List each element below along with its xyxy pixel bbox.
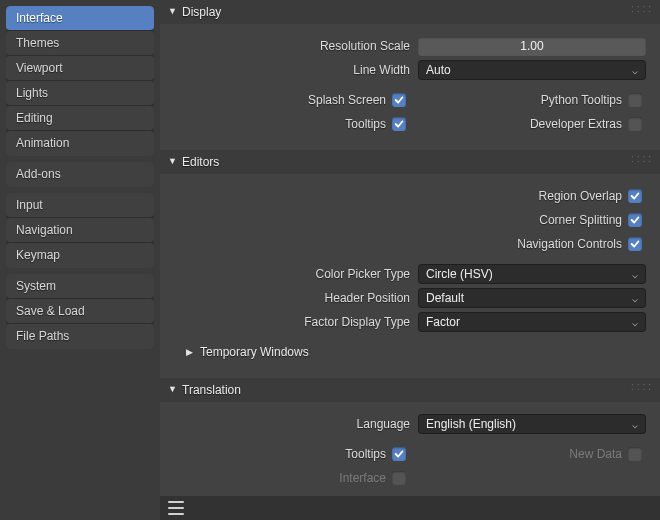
translation-newdata-checkbox[interactable]	[628, 447, 642, 461]
translation-interface-checkbox[interactable]	[392, 471, 406, 485]
sidebar-item-animation[interactable]: Animation	[6, 131, 154, 156]
disclosure-down-icon: ▼	[168, 156, 178, 166]
navigation-controls-checkbox[interactable]	[628, 237, 642, 251]
chevron-down-icon: ⌵	[632, 65, 638, 76]
translation-tooltips-checkbox[interactable]	[392, 447, 406, 461]
color-picker-type-label: Color Picker Type	[174, 267, 418, 281]
chevron-down-icon: ⌵	[632, 293, 638, 304]
tooltips-label: Tooltips	[345, 117, 386, 131]
sidebar-item-keymap[interactable]: Keymap	[6, 243, 154, 268]
panel-title: Display	[182, 5, 221, 19]
panel-header-editors[interactable]: ▼ Editors ::::	[160, 150, 660, 174]
language-value: English (English)	[426, 417, 516, 431]
header-position-select[interactable]: Default ⌵	[418, 288, 646, 308]
region-overlap-checkbox[interactable]	[628, 189, 642, 203]
developer-extras-checkbox[interactable]	[628, 117, 642, 131]
header-position-value: Default	[426, 291, 464, 305]
panel-title: Editors	[182, 155, 219, 169]
preferences-main: ▼ Display :::: Resolution Scale Line Wid…	[160, 0, 660, 520]
chevron-down-icon: ⌵	[632, 269, 638, 280]
chevron-down-icon: ⌵	[632, 419, 638, 430]
disclosure-right-icon: ▶	[186, 347, 196, 357]
sidebar-item-saveload[interactable]: Save & Load	[6, 299, 154, 324]
nav-group-2: Add-ons	[6, 162, 154, 187]
sidebar-item-system[interactable]: System	[6, 274, 154, 299]
preferences-sidebar: Interface Themes Viewport Lights Editing…	[0, 0, 160, 520]
subpanel-title: Temporary Windows	[200, 345, 309, 359]
line-width-label: Line Width	[174, 63, 418, 77]
developer-extras-label: Developer Extras	[530, 117, 622, 131]
sidebar-item-lights[interactable]: Lights	[6, 81, 154, 106]
sidebar-item-editing[interactable]: Editing	[6, 106, 154, 131]
nav-group-3: Input Navigation Keymap	[6, 193, 154, 268]
resolution-scale-label: Resolution Scale	[174, 39, 418, 53]
panel-body-editors: Region Overlap Corner Splitting Navigati…	[160, 174, 660, 378]
hamburger-menu-icon[interactable]	[168, 501, 184, 515]
chevron-down-icon: ⌵	[632, 317, 638, 328]
splash-screen-label: Splash Screen	[308, 93, 386, 107]
corner-splitting-label: Corner Splitting	[539, 213, 622, 227]
sidebar-item-input[interactable]: Input	[6, 193, 154, 218]
python-tooltips-checkbox[interactable]	[628, 93, 642, 107]
subpanel-temporary-windows[interactable]: ▶ Temporary Windows	[174, 340, 646, 364]
color-picker-type-select[interactable]: Circle (HSV) ⌵	[418, 264, 646, 284]
header-position-label: Header Position	[174, 291, 418, 305]
grip-icon: ::::	[631, 153, 654, 164]
factor-display-type-select[interactable]: Factor ⌵	[418, 312, 646, 332]
disclosure-down-icon: ▼	[168, 6, 178, 16]
translation-newdata-label: New Data	[569, 447, 622, 461]
panel-title: Translation	[182, 383, 241, 397]
sidebar-item-themes[interactable]: Themes	[6, 31, 154, 56]
translation-tooltips-label: Tooltips	[345, 447, 386, 461]
panel-body-display: Resolution Scale Line Width Auto ⌵ Splas…	[160, 24, 660, 150]
color-picker-type-value: Circle (HSV)	[426, 267, 493, 281]
language-select[interactable]: English (English) ⌵	[418, 414, 646, 434]
panel-header-translation[interactable]: ▼ Translation ::::	[160, 378, 660, 402]
grip-icon: ::::	[631, 3, 654, 14]
translation-interface-label: Interface	[339, 471, 386, 485]
region-overlap-label: Region Overlap	[539, 189, 622, 203]
grip-icon: ::::	[631, 381, 654, 392]
nav-group-4: System Save & Load File Paths	[6, 274, 154, 349]
factor-display-type-value: Factor	[426, 315, 460, 329]
python-tooltips-label: Python Tooltips	[541, 93, 622, 107]
line-width-select[interactable]: Auto ⌵	[418, 60, 646, 80]
panel-header-display[interactable]: ▼ Display ::::	[160, 0, 660, 24]
corner-splitting-checkbox[interactable]	[628, 213, 642, 227]
sidebar-item-viewport[interactable]: Viewport	[6, 56, 154, 81]
sidebar-item-navigation[interactable]: Navigation	[6, 218, 154, 243]
sidebar-item-filepaths[interactable]: File Paths	[6, 324, 154, 349]
sidebar-item-addons[interactable]: Add-ons	[6, 162, 154, 187]
language-label: Language	[174, 417, 418, 431]
sidebar-item-interface[interactable]: Interface	[6, 6, 154, 31]
disclosure-down-icon: ▼	[168, 384, 178, 394]
footer-bar	[160, 496, 660, 520]
factor-display-type-label: Factor Display Type	[174, 315, 418, 329]
nav-group-1: Interface Themes Viewport Lights Editing…	[6, 6, 154, 156]
line-width-value: Auto	[426, 63, 451, 77]
resolution-scale-input[interactable]	[418, 37, 646, 56]
splash-screen-checkbox[interactable]	[392, 93, 406, 107]
tooltips-checkbox[interactable]	[392, 117, 406, 131]
panel-body-translation: Language English (English) ⌵ Tooltips Ne…	[160, 402, 660, 504]
navigation-controls-label: Navigation Controls	[517, 237, 622, 251]
